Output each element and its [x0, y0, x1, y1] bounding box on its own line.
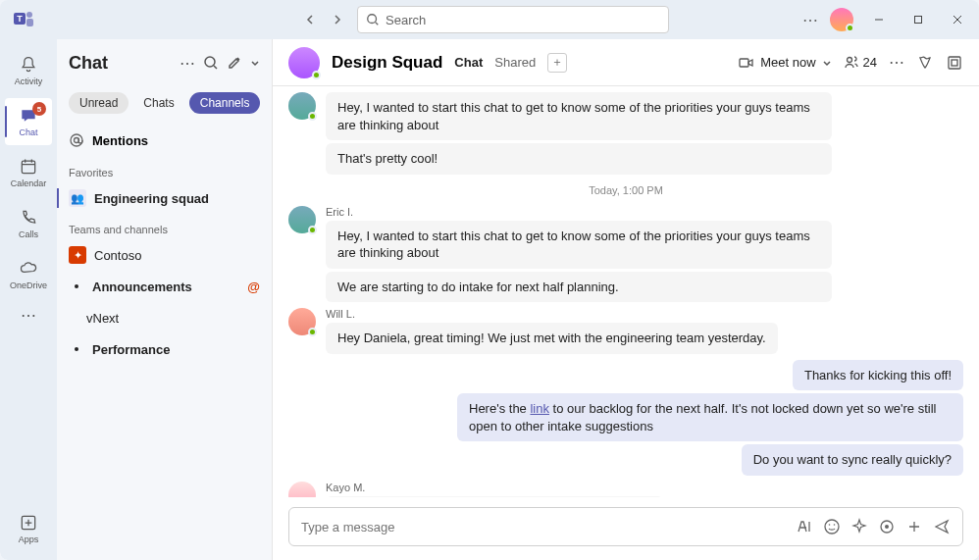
teams-logo-icon: T — [12, 8, 35, 31]
svg-rect-6 — [22, 161, 34, 174]
rail-label: Calendar — [11, 178, 47, 188]
mention-indicator-icon: @ — [247, 280, 260, 294]
message-avatar — [288, 92, 316, 120]
people-icon — [844, 55, 859, 71]
search-placeholder: Search — [386, 13, 426, 27]
send-icon[interactable] — [933, 518, 951, 535]
svg-point-15 — [825, 520, 839, 534]
svg-point-9 — [71, 134, 82, 146]
emoji-icon[interactable] — [823, 518, 841, 535]
sender-name: Kayo M. — [326, 482, 663, 493]
sidebar-item-vnext[interactable]: vNext — [57, 302, 272, 333]
rail-chat[interactable]: Chat 5 — [5, 98, 52, 145]
tab-shared[interactable]: Shared — [494, 55, 536, 70]
nav-back-button[interactable] — [298, 8, 322, 31]
svg-point-4 — [368, 15, 377, 24]
compose-icon[interactable] — [227, 55, 242, 71]
chevron-down-icon — [822, 58, 832, 68]
teams-heading: Teams and channels — [57, 214, 272, 239]
message-row: Thanks for kicking this off! Here's the … — [288, 360, 963, 476]
sidebar-item-performance[interactable]: Performance — [57, 333, 272, 365]
rail-label: Apps — [19, 535, 39, 544]
rail-label: Activity — [15, 76, 43, 86]
filter-icon[interactable] — [203, 55, 219, 71]
filter-unread[interactable]: Unread — [69, 92, 129, 114]
message-bubble[interactable]: Thanks for kicking this off! — [793, 360, 963, 391]
sidebar-item-label: Announcements — [92, 280, 192, 294]
video-icon — [739, 55, 754, 71]
message-avatar — [288, 482, 316, 497]
svg-point-1 — [26, 12, 32, 18]
message-avatar — [288, 206, 316, 233]
chat-title: Design Squad — [332, 53, 442, 73]
copilot-icon[interactable] — [916, 54, 934, 72]
tab-chat[interactable]: Chat — [454, 55, 483, 70]
sidebar-item-contoso[interactable]: ✦ Contoso — [57, 239, 272, 271]
attach-icon[interactable] — [905, 518, 923, 535]
maximize-button[interactable] — [904, 6, 932, 33]
rail-label: OneDrive — [10, 280, 47, 290]
sidebar-item-announcements[interactable]: Announcements @ — [57, 271, 272, 302]
rail-calls[interactable]: Calls — [5, 200, 52, 247]
add-tab-button[interactable]: ＋ — [547, 53, 567, 73]
people-count-button[interactable]: 24 — [844, 55, 877, 71]
message-bubble[interactable]: Do you want to sync really quickly? — [742, 444, 963, 476]
filter-chats[interactable]: Chats — [132, 92, 184, 114]
rail-activity[interactable]: Activity — [5, 47, 52, 94]
search-icon — [366, 13, 380, 26]
rail-label: Calls — [19, 229, 38, 239]
link[interactable]: link — [530, 401, 549, 416]
more-options-icon[interactable]: ⋯ — [802, 11, 818, 29]
chat-avatar — [288, 47, 320, 78]
svg-point-19 — [885, 525, 889, 529]
rail-more-apps[interactable]: ⋯ — [21, 306, 36, 325]
user-avatar[interactable] — [830, 8, 853, 31]
chat-more-icon[interactable]: ⋯ — [889, 53, 904, 72]
sidebar-item-engineering[interactable]: 👥 Engineering squad — [57, 182, 272, 214]
message-bubble[interactable]: That's pretty cool! — [326, 143, 832, 175]
sidebar-item-label: Contoso — [94, 248, 141, 263]
message-input[interactable] — [301, 520, 786, 535]
svg-point-8 — [205, 57, 215, 67]
sidebar-more-icon[interactable]: ⋯ — [180, 54, 195, 73]
sparkle-icon[interactable] — [850, 518, 868, 535]
rail-calendar[interactable]: Calendar — [5, 149, 52, 196]
at-icon — [69, 132, 84, 148]
mentions-item[interactable]: Mentions — [69, 124, 260, 157]
message-composer[interactable] — [288, 507, 963, 546]
people-count: 24 — [863, 55, 877, 70]
format-icon[interactable] — [796, 518, 813, 535]
svg-point-17 — [834, 524, 836, 526]
close-button[interactable] — [944, 6, 971, 33]
rail-onedrive[interactable]: OneDrive — [5, 251, 52, 298]
search-input[interactable]: Search — [357, 6, 669, 33]
rail-apps[interactable]: Apps — [5, 505, 52, 552]
phone-icon — [19, 208, 38, 228]
svg-rect-11 — [740, 59, 748, 67]
filter-channels[interactable]: Channels — [189, 92, 261, 114]
unread-dot — [75, 347, 78, 351]
message-bubble[interactable]: Hey Daniela, great timing! We just met w… — [326, 323, 778, 354]
message-bubble[interactable]: Hey, I wanted to start this chat to get … — [326, 92, 832, 140]
svg-rect-13 — [949, 57, 960, 69]
message-bubble[interactable]: Hey, I wanted to start this chat to get … — [326, 221, 832, 269]
apps-icon — [19, 513, 38, 533]
message-bubble[interactable]: We are starting to do intake for next ha… — [326, 272, 832, 303]
record-icon[interactable] — [878, 518, 896, 535]
unread-badge: 5 — [32, 102, 46, 116]
group-avatar-icon: 👥 — [69, 189, 86, 207]
popout-icon[interactable] — [946, 54, 963, 72]
svg-rect-2 — [26, 19, 33, 26]
meet-now-button[interactable]: Meet now — [739, 55, 831, 71]
svg-point-16 — [829, 524, 831, 526]
compose-chevron-icon[interactable] — [250, 58, 260, 68]
unread-dot — [75, 284, 78, 288]
minimize-button[interactable] — [865, 6, 893, 33]
favorites-heading: Favorites — [57, 157, 272, 182]
svg-point-12 — [847, 57, 851, 62]
message-bubble[interactable]: Yes that'd be great! — [326, 496, 663, 497]
message-bubble[interactable]: Here's the link to our backlog for the n… — [457, 393, 963, 441]
message-row: Will L. Hey Daniela, great timing! We ju… — [288, 308, 963, 354]
sidebar-item-label: Performance — [92, 342, 170, 357]
nav-forward-button[interactable] — [326, 8, 349, 31]
